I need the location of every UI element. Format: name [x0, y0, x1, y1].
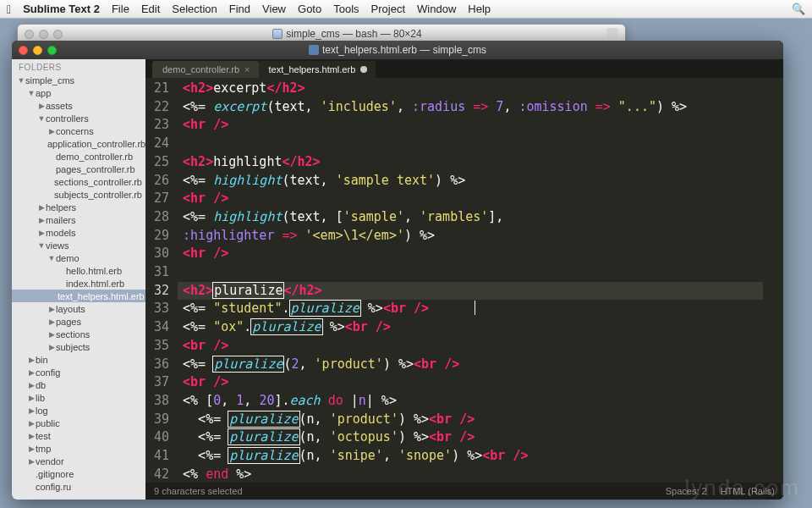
sidebar-item-label: log: [36, 406, 48, 416]
disclosure-arrow-icon[interactable]: ▶: [27, 406, 36, 415]
sidebar-item-label: concerns: [56, 126, 94, 136]
sidebar-item[interactable]: demo_controller.rb: [12, 150, 145, 163]
sidebar-item[interactable]: subjects_controller.rb: [12, 188, 145, 201]
traffic-zoom-icon[interactable]: [47, 46, 57, 55]
sidebar-item[interactable]: ▶vendor: [12, 455, 145, 467]
sidebar-item[interactable]: hello.html.erb: [12, 264, 145, 277]
traffic-minimize-icon[interactable]: [39, 30, 48, 39]
menu-selection[interactable]: Selection: [172, 3, 217, 15]
disclosure-arrow-icon[interactable]: ▼: [17, 76, 25, 85]
sidebar-item[interactable]: ▶tmp: [12, 442, 145, 455]
traffic-close-icon[interactable]: [25, 30, 34, 39]
sidebar-item[interactable]: ▶mailers: [12, 213, 145, 226]
sidebar-item[interactable]: ▶lib: [12, 391, 145, 404]
sidebar-item-label: pages: [56, 317, 81, 327]
disclosure-arrow-icon[interactable]: ▶: [27, 432, 36, 440]
window-titlebar[interactable]: text_helpers.html.erb — simple_cms: [12, 41, 783, 59]
sidebar-item[interactable]: text_helpers.html.erb: [12, 290, 145, 302]
traffic-zoom-icon[interactable]: [53, 30, 63, 39]
editor-pane: demo_controller.rb × text_helpers.html.e…: [145, 59, 783, 500]
sidebar-item[interactable]: ▶pages: [12, 315, 145, 328]
sidebar-item[interactable]: ▶helpers: [12, 201, 145, 213]
disclosure-arrow-icon[interactable]: ▶: [27, 419, 36, 428]
disclosure-arrow-icon[interactable]: ▶: [27, 381, 36, 389]
menu-window[interactable]: Window: [417, 3, 456, 15]
close-icon[interactable]: ×: [244, 64, 250, 75]
sidebar-item[interactable]: config.ru: [12, 480, 145, 493]
disclosure-arrow-icon[interactable]: ▼: [27, 89, 36, 97]
sidebar-item[interactable]: ▶log: [12, 404, 145, 417]
sidebar-item[interactable]: ▶concerns: [12, 124, 145, 137]
spotlight-icon[interactable]: 🔍: [792, 3, 805, 15]
sidebar-item[interactable]: ▼app: [12, 86, 145, 99]
menu-find[interactable]: Find: [229, 3, 250, 15]
line-gutter[interactable]: 2122232425262728293031323334353637383940…: [145, 78, 178, 483]
sidebar-item[interactable]: ▶config: [12, 366, 145, 378]
sidebar-item[interactable]: application_controller.rb: [12, 137, 145, 150]
proxy-icon[interactable]: [606, 28, 618, 40]
disclosure-arrow-icon[interactable]: ▶: [37, 229, 46, 237]
menu-project[interactable]: Project: [371, 3, 405, 15]
sidebar-item-label: config: [36, 367, 60, 378]
folder-tree[interactable]: ▼simple_cms▼app▶assets▼controllers▶conce…: [12, 74, 145, 500]
disclosure-arrow-icon[interactable]: ▶: [47, 305, 56, 313]
app-menu[interactable]: Sublime Text 2: [23, 3, 100, 15]
sidebar-item-label: simple_cms: [25, 75, 74, 86]
menu-file[interactable]: File: [112, 3, 129, 15]
sidebar-item[interactable]: ▶sections: [12, 328, 145, 340]
menu-edit[interactable]: Edit: [141, 3, 160, 15]
disclosure-arrow-icon[interactable]: ▼: [47, 254, 56, 262]
menu-tools[interactable]: Tools: [333, 3, 359, 15]
disclosure-arrow-icon[interactable]: ▶: [27, 368, 36, 377]
minimap[interactable]: [773, 78, 783, 483]
disclosure-arrow-icon[interactable]: ▼: [37, 241, 46, 250]
sidebar-item[interactable]: index.html.erb: [12, 277, 145, 290]
sidebar[interactable]: FOLDERS ▼simple_cms▼app▶assets▼controlle…: [12, 59, 145, 500]
disclosure-arrow-icon[interactable]: ▶: [47, 318, 56, 326]
tab-demo-controller[interactable]: demo_controller.rb ×: [152, 61, 259, 78]
disclosure-arrow-icon[interactable]: ▶: [37, 216, 46, 224]
disclosure-arrow-icon[interactable]: ▶: [37, 203, 46, 212]
disclosure-arrow-icon[interactable]: ▶: [27, 444, 36, 453]
disclosure-arrow-icon[interactable]: ▶: [27, 457, 36, 466]
sidebar-item[interactable]: ▶models: [12, 226, 145, 239]
status-indent[interactable]: Spaces: 2: [666, 486, 707, 496]
sidebar-item[interactable]: ▶db: [12, 378, 145, 391]
disclosure-arrow-icon[interactable]: ▶: [37, 102, 46, 110]
tab-bar[interactable]: demo_controller.rb × text_helpers.html.e…: [145, 59, 783, 78]
sidebar-item[interactable]: ▶bin: [12, 353, 145, 366]
code-editor[interactable]: 2122232425262728293031323334353637383940…: [145, 78, 783, 483]
sidebar-item-label: demo: [56, 253, 80, 263]
disclosure-arrow-icon[interactable]: ▶: [47, 343, 56, 351]
window-title: text_helpers.html.erb — simple_cms: [309, 44, 486, 56]
menu-view[interactable]: View: [262, 3, 286, 15]
sidebar-item-label: mailers: [46, 215, 75, 225]
sidebar-item[interactable]: ▼controllers: [12, 112, 145, 124]
sidebar-item-label: views: [46, 240, 69, 251]
disclosure-arrow-icon[interactable]: ▼: [37, 114, 46, 123]
sidebar-item-label: app: [36, 88, 51, 98]
sidebar-item[interactable]: sections_controller.rb: [12, 175, 145, 188]
traffic-close-icon[interactable]: [19, 46, 28, 55]
disclosure-arrow-icon[interactable]: ▶: [47, 127, 56, 135]
sidebar-item[interactable]: ▶subjects: [12, 340, 145, 353]
menu-goto[interactable]: Goto: [298, 3, 321, 15]
sidebar-item[interactable]: ▼demo: [12, 251, 145, 264]
code-content[interactable]: <h2>excerpt</h2><%= excerpt(text, 'inclu…: [178, 78, 773, 483]
sidebar-item[interactable]: .gitignore: [12, 467, 145, 480]
disclosure-arrow-icon[interactable]: ▶: [47, 330, 56, 339]
sidebar-item[interactable]: ▶test: [12, 429, 145, 442]
tab-text-helpers[interactable]: text_helpers.html.erb: [259, 61, 376, 78]
disclosure-arrow-icon[interactable]: ▶: [27, 356, 36, 364]
status-syntax[interactable]: HTML (Rails): [721, 486, 775, 496]
apple-menu[interactable]: : [7, 3, 11, 16]
menu-help[interactable]: Help: [468, 3, 491, 15]
sidebar-item[interactable]: ▶public: [12, 417, 145, 429]
sidebar-item[interactable]: pages_controller.rb: [12, 163, 145, 175]
sidebar-item[interactable]: ▼simple_cms: [12, 74, 145, 86]
sidebar-item[interactable]: ▶layouts: [12, 302, 145, 315]
traffic-minimize-icon[interactable]: [33, 46, 42, 55]
sidebar-item[interactable]: ▼views: [12, 239, 145, 251]
disclosure-arrow-icon[interactable]: ▶: [27, 394, 36, 402]
sidebar-item[interactable]: ▶assets: [12, 99, 145, 112]
